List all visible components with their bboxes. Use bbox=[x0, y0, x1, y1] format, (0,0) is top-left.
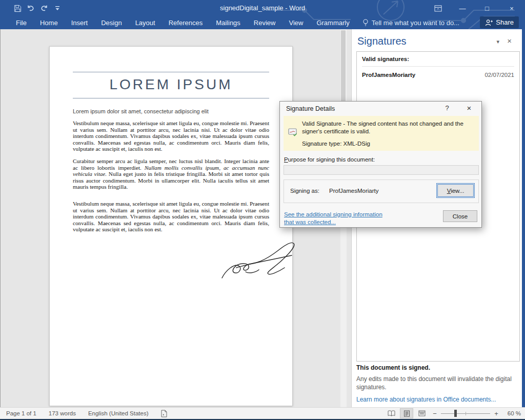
signer-name: ProfJamesMoriarty bbox=[362, 72, 415, 78]
lightbulb-icon bbox=[362, 19, 369, 27]
view-button[interactable]: View... bbox=[437, 184, 474, 197]
additional-signing-info-link[interactable]: See the additional signing informationth… bbox=[284, 211, 402, 226]
handwritten-signature-image bbox=[219, 240, 297, 281]
document-body: Vestibulum neque massa, scelerisque sit … bbox=[73, 120, 269, 233]
close-window-button[interactable]: × bbox=[501, 2, 522, 14]
divider bbox=[362, 66, 514, 67]
signature-details-dialog: Signature Details ? × Valid Signature - … bbox=[279, 101, 482, 228]
redo-icon[interactable] bbox=[40, 4, 48, 12]
tab-layout[interactable]: Layout bbox=[129, 17, 162, 29]
share-person-icon bbox=[485, 19, 493, 26]
tell-me-box[interactable]: Tell me what you want to do... bbox=[356, 19, 459, 27]
document-subtitle: Lorem ipsum dolor sit amet, consectetur … bbox=[73, 108, 269, 114]
language-status[interactable]: English (United States) bbox=[82, 410, 155, 416]
pane-footer: This document is signed. Any edits made … bbox=[356, 364, 518, 403]
dialog-title: Signature Details bbox=[286, 105, 335, 112]
ribbon-display-options-icon[interactable] bbox=[428, 2, 448, 14]
tell-me-label: Tell me what you want to do... bbox=[372, 19, 459, 27]
zoom-out-button[interactable]: − bbox=[431, 410, 439, 417]
valid-signatures-label: Valid signatures: bbox=[362, 56, 514, 62]
paragraph-1: Vestibulum neque massa, scelerisque sit … bbox=[73, 120, 269, 152]
signature-certificate-icon bbox=[288, 128, 297, 136]
signatures-pane-title: Signatures bbox=[357, 35, 407, 47]
save-icon[interactable] bbox=[13, 4, 22, 12]
document-signed-body: Any edits made to this document will inv… bbox=[356, 375, 518, 391]
document-title: LOREM IPSUM bbox=[73, 76, 269, 93]
minimize-button[interactable]: — bbox=[452, 2, 473, 14]
web-layout-icon[interactable] bbox=[415, 408, 429, 418]
page-count[interactable]: Page 1 of 1 bbox=[0, 410, 43, 416]
quick-access-toolbar bbox=[0, 4, 62, 12]
signature-type-text: Signature type: XML-DSig bbox=[302, 141, 370, 147]
tab-grammarly[interactable]: Grammarly bbox=[310, 17, 356, 29]
zoom-percentage[interactable]: 60 % bbox=[502, 410, 521, 416]
zoom-in-button[interactable]: + bbox=[492, 410, 500, 417]
signing-as-label: Signing as: bbox=[290, 188, 319, 194]
signing-as-value: ProfJamesMoriarty bbox=[329, 188, 379, 194]
status-bar: Page 1 of 1 173 words English (United St… bbox=[0, 407, 525, 419]
proofing-status-icon[interactable] bbox=[155, 410, 173, 417]
word-count[interactable]: 173 words bbox=[43, 410, 82, 416]
tab-home[interactable]: Home bbox=[33, 17, 65, 29]
title-bar: signedDigital_sample - Word — □ × File H… bbox=[0, 0, 525, 29]
dialog-help-icon[interactable]: ? bbox=[442, 104, 452, 112]
ribbon-tabs: File Home Insert Design Layout Reference… bbox=[0, 17, 356, 29]
tab-design[interactable]: Design bbox=[94, 17, 128, 29]
tab-references[interactable]: References bbox=[162, 17, 209, 29]
purpose-label: Purpose for signing this document: bbox=[284, 156, 375, 163]
paragraph-3: Vestibulum neque massa, scelerisque sit … bbox=[73, 201, 269, 233]
learn-more-link[interactable]: Learn more about signatures in Office do… bbox=[356, 396, 518, 403]
tab-view[interactable]: View bbox=[282, 17, 310, 29]
maximize-button[interactable]: □ bbox=[477, 2, 497, 14]
tab-file[interactable]: File bbox=[9, 17, 33, 29]
window-right-edge bbox=[522, 29, 525, 407]
print-layout-icon[interactable] bbox=[400, 408, 413, 418]
document-page[interactable]: LOREM IPSUM Lorem ipsum dolor sit amet, … bbox=[49, 46, 293, 406]
tab-review[interactable]: Review bbox=[247, 17, 282, 29]
dialog-title-bar[interactable]: Signature Details ? × bbox=[280, 102, 481, 116]
signature-date: 02/07/2021 bbox=[484, 72, 514, 78]
zoom-slider-thumb[interactable] bbox=[454, 410, 457, 417]
close-button[interactable]: Close bbox=[443, 210, 477, 222]
tab-mailings[interactable]: Mailings bbox=[209, 17, 247, 29]
valid-signature-text: Valid Signature - The signed content has… bbox=[302, 120, 474, 135]
pane-dropdown-icon[interactable]: ▾ bbox=[496, 38, 499, 45]
document-scrollbar-thumb[interactable] bbox=[341, 30, 346, 107]
valid-signature-infobox: Valid Signature - The signed content has… bbox=[284, 116, 479, 151]
undo-icon[interactable] bbox=[27, 4, 35, 12]
tab-insert[interactable]: Insert bbox=[65, 17, 95, 29]
pane-close-icon[interactable]: × bbox=[507, 36, 512, 45]
customize-qat-icon[interactable] bbox=[53, 4, 62, 12]
dialog-close-icon[interactable]: × bbox=[464, 104, 474, 112]
zoom-slider-center-tick bbox=[466, 412, 466, 415]
paragraph-2: Curabitur semper arcu ac ligula semper, … bbox=[73, 158, 269, 190]
document-title-block: LOREM IPSUM bbox=[73, 72, 269, 98]
share-button[interactable]: Share bbox=[480, 16, 519, 28]
signature-row[interactable]: ProfJamesMoriarty 02/07/2021 bbox=[362, 72, 514, 78]
document-signed-title: This document is signed. bbox=[356, 364, 518, 371]
signing-as-group: Signing as: ProfJamesMoriarty View... bbox=[284, 179, 479, 203]
read-mode-icon[interactable] bbox=[385, 408, 398, 418]
zoom-slider[interactable] bbox=[441, 408, 490, 418]
purpose-input[interactable] bbox=[284, 165, 479, 175]
share-label: Share bbox=[496, 18, 514, 26]
